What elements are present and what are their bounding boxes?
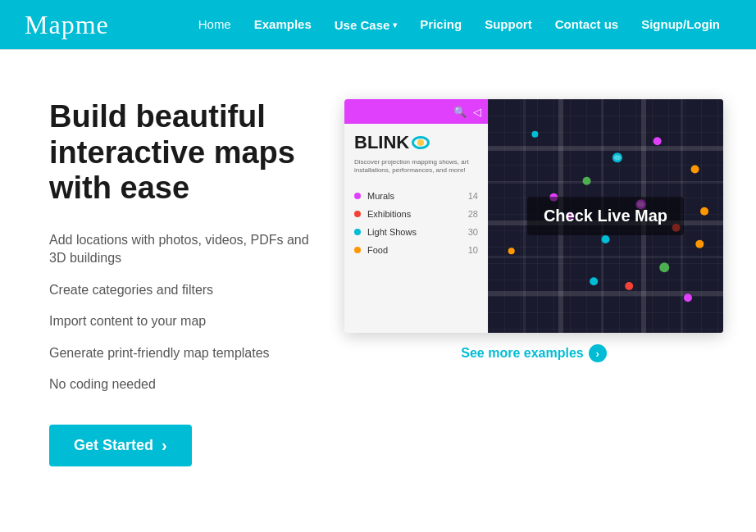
- nav-link-examples[interactable]: Examples: [243, 17, 323, 31]
- demo-container: 🔍 ◁ BLINK Discover projection mapping sh…: [344, 99, 723, 333]
- map-overlay: Check Live Map: [488, 99, 723, 333]
- nav-item-usecase[interactable]: Use Case ▾: [323, 18, 409, 32]
- category-murals[interactable]: Murals 14: [344, 187, 488, 205]
- chevron-down-icon: ▾: [393, 20, 397, 30]
- cat-label-murals: Murals: [367, 191, 468, 201]
- nav-item-signup[interactable]: Signup/Login: [630, 17, 731, 32]
- feature-3: Import content to your map: [49, 306, 312, 337]
- see-more-section: See more examples ›: [344, 344, 723, 362]
- search-icon: 🔍: [453, 106, 467, 118]
- nav-link-support[interactable]: Support: [473, 17, 544, 31]
- cat-count-food: 10: [468, 245, 478, 255]
- see-more-text: See more examples: [461, 346, 583, 361]
- hero-section: Build beautiful interactive maps with ea…: [0, 50, 756, 499]
- get-started-label: Get Started: [74, 437, 153, 454]
- cat-label-exhibitions: Exhibitions: [367, 209, 468, 219]
- blink-tagline: Discover projection mapping shows, art i…: [344, 158, 488, 182]
- site-logo[interactable]: Mapme: [25, 10, 109, 40]
- nav-item-pricing[interactable]: Pricing: [408, 17, 473, 32]
- blink-eye-icon: [412, 136, 430, 149]
- blink-panel: 🔍 ◁ BLINK Discover projection mapping sh…: [344, 99, 488, 333]
- category-exhibitions[interactable]: Exhibitions 28: [344, 205, 488, 223]
- navbar: Mapme Home Examples Use Case ▾ Pricing S…: [0, 0, 756, 49]
- blink-text: BLINK: [354, 132, 409, 153]
- cat-count-murals: 14: [468, 191, 478, 201]
- eye-outer: [412, 136, 430, 149]
- arrow-right-icon: ›: [162, 436, 167, 455]
- nav-link-signup[interactable]: Signup/Login: [630, 17, 731, 31]
- feature-5: No coding needed: [49, 369, 312, 400]
- blink-categories: Murals 14 Exhibitions 28 Light Shows 30: [344, 182, 488, 333]
- cat-count-exhibitions: 28: [468, 209, 478, 219]
- blink-logo: BLINK: [354, 132, 478, 153]
- cat-dot-food: [354, 247, 361, 253]
- check-live-map-label[interactable]: Check Live Map: [527, 197, 684, 235]
- feature-2: Create categories and filters: [49, 275, 312, 306]
- nav-item-home[interactable]: Home: [187, 17, 243, 32]
- nav-link-home[interactable]: Home: [187, 17, 243, 31]
- category-food[interactable]: Food 10: [344, 241, 488, 259]
- feature-4: Generate print-friendly map templates: [49, 338, 312, 369]
- cat-label-food: Food: [367, 245, 468, 255]
- map-background: Check Live Map: [488, 99, 723, 333]
- nav-links: Home Examples Use Case ▾ Pricing Support…: [187, 17, 731, 32]
- circle-arrow-icon: ›: [589, 344, 607, 362]
- get-started-button[interactable]: Get Started ›: [49, 425, 192, 466]
- hero-headline: Build beautiful interactive maps with ea…: [49, 99, 312, 207]
- cat-label-lightshows: Light Shows: [367, 227, 468, 237]
- nav-link-usecase: Use Case: [335, 18, 390, 32]
- see-more-link[interactable]: See more examples ›: [461, 344, 606, 362]
- nav-item-support[interactable]: Support: [473, 17, 544, 32]
- category-lightshows[interactable]: Light Shows 30: [344, 223, 488, 241]
- nav-item-examples[interactable]: Examples: [243, 17, 323, 32]
- hero-features-list: Add locations with photos, videos, PDFs …: [49, 225, 312, 400]
- nav-item-contact[interactable]: Contact us: [544, 17, 631, 32]
- feature-1: Add locations with photos, videos, PDFs …: [49, 225, 312, 275]
- share-icon: ◁: [473, 106, 481, 118]
- nav-link-contact[interactable]: Contact us: [544, 17, 631, 31]
- hero-left: Build beautiful interactive maps with ea…: [49, 99, 312, 466]
- cat-dot-murals: [354, 193, 361, 199]
- map-panel[interactable]: Check Live Map: [488, 99, 723, 333]
- nav-usecase-wrapper[interactable]: Use Case ▾: [323, 18, 409, 32]
- nav-link-pricing[interactable]: Pricing: [408, 17, 473, 31]
- blink-header: 🔍 ◁: [344, 99, 488, 124]
- blink-logo-area: BLINK: [344, 124, 488, 158]
- cat-count-lightshows: 30: [468, 227, 478, 237]
- cat-dot-exhibitions: [354, 211, 361, 217]
- eye-inner: [417, 139, 424, 146]
- cat-dot-lightshows: [354, 229, 361, 235]
- hero-right: 🔍 ◁ BLINK Discover projection mapping sh…: [344, 99, 723, 362]
